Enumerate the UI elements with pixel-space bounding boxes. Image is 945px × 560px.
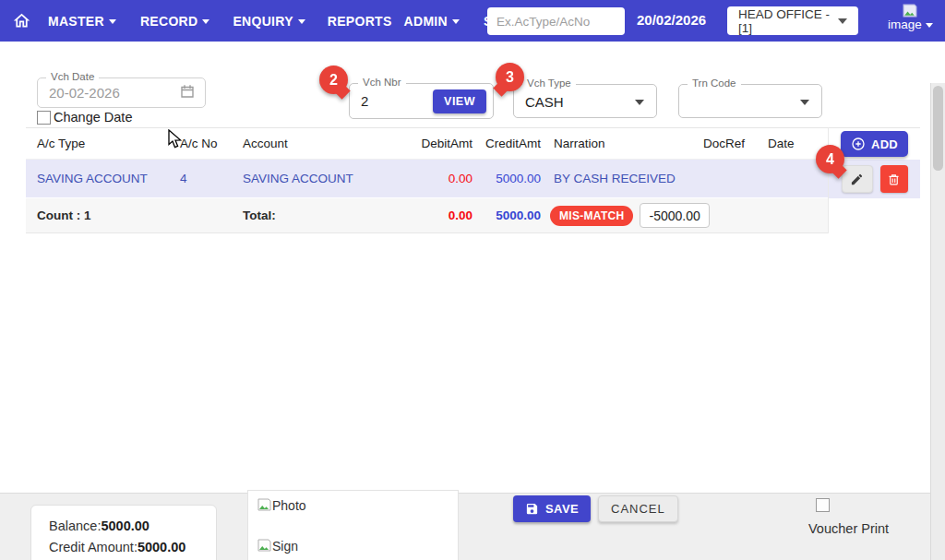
chevron-down-icon (298, 19, 305, 24)
photo-sign-card: Photo Sign (247, 490, 459, 560)
callout-step-4: 4 (816, 145, 844, 173)
chevron-down-icon (635, 100, 644, 105)
view-button[interactable]: VIEW (433, 89, 486, 113)
voucher-table: A/c Type A/c No Account DebitAmt CreditA… (26, 127, 920, 233)
broken-image-icon (903, 4, 917, 18)
callout-number: 2 (329, 72, 338, 89)
nav-item-label: ENQUIRY (233, 14, 293, 29)
save-button[interactable]: SAVE (513, 495, 591, 522)
broken-image-icon (257, 539, 271, 552)
nav-item-master[interactable]: MASTER (48, 14, 116, 29)
col-header-narration: Narration (541, 137, 703, 150)
voucher-table-main: A/c Type A/c No Account DebitAmt CreditA… (26, 127, 828, 233)
total-credit: 5000.00 (472, 209, 541, 222)
table-total-row: Count : 1 Total: 0.00 5000.00 MIS-MATCH (26, 198, 828, 233)
trash-icon (887, 173, 901, 186)
chevron-down-icon (109, 19, 116, 24)
mismatch-badge: MIS-MATCH (550, 206, 633, 226)
user-menu[interactable]: image (888, 4, 933, 31)
voucher-print-label: Voucher Print (808, 521, 889, 536)
trn-code-label: Trn Code (688, 77, 741, 89)
calendar-icon[interactable] (179, 83, 196, 103)
cell-ac-type: SAVING ACCOUNT (37, 172, 180, 185)
cell-narration: BY CASH RECEIVED (541, 172, 703, 185)
add-button-label: ADD (871, 137, 898, 151)
total-count: Count : 1 (37, 209, 180, 222)
callout-step-2: 2 (319, 66, 348, 94)
vch-type-value: CASH (525, 93, 564, 109)
col-header-debitamt: DebitAmt (406, 137, 472, 150)
balance-summary-card: Balance:5000.00 Credit Amount:5000.00 Af… (30, 505, 217, 560)
change-date-label: Change Date (54, 110, 132, 125)
table-row: SAVING ACCOUNT 4 SAVING ACCOUNT 0.00 500… (26, 160, 828, 198)
delete-button[interactable] (880, 165, 908, 193)
cell-ac-no: 4 (180, 172, 243, 185)
nav-item-reports[interactable]: REPORTS (328, 14, 392, 29)
broken-image-icon (257, 498, 271, 511)
col-header-creditamt: CreditAmt (472, 137, 541, 150)
nav-item-label: REPORTS (328, 14, 392, 29)
chevron-down-icon (452, 19, 460, 24)
user-menu-label: image (888, 18, 922, 31)
col-header-account: Account (243, 137, 406, 150)
balance-label: Balance: (49, 518, 101, 533)
credit-amount-value: 5000.00 (138, 540, 185, 554)
voucher-print-checkbox[interactable] (816, 498, 830, 512)
branch-select-value: HEAD OFFICE -[1] (738, 7, 838, 35)
chevron-down-icon (800, 100, 809, 105)
photo-alt-text: Photo (272, 498, 306, 513)
vch-nbr-field: Vch Nbr VIEW (349, 83, 494, 119)
nav-item-label: MASTER (48, 14, 104, 29)
vch-type-label: Vch Type (522, 77, 576, 89)
change-date-option: Change Date (37, 110, 132, 125)
credit-amount-label: Credit Amount: (49, 540, 138, 554)
balance-value: 5000.00 (101, 518, 149, 533)
save-icon (525, 502, 539, 516)
search-input[interactable] (487, 7, 625, 35)
col-header-docref: DocRef (703, 137, 768, 150)
plus-circle-icon (851, 137, 866, 151)
nav-item-record[interactable]: RECORD (140, 14, 209, 29)
col-header-ac-no: A/c No (180, 137, 243, 150)
vch-nbr-input[interactable] (361, 84, 439, 118)
table-action-column: ADD (828, 127, 920, 233)
add-button[interactable]: ADD (841, 131, 908, 157)
vch-type-select[interactable]: Vch Type CASH (513, 84, 657, 118)
vch-date-input[interactable] (49, 78, 166, 107)
callout-step-3: 3 (496, 63, 524, 91)
col-header-date: Date (768, 137, 828, 150)
total-debit: 0.00 (406, 209, 472, 222)
nav-item-label: ADMIN (404, 14, 448, 29)
navbar: MASTER RECORD ENQUIRY REPORTS ADMIN SHAR… (0, 0, 945, 42)
chevron-down-icon (926, 23, 933, 28)
nav-item-enquiry[interactable]: ENQUIRY (233, 14, 305, 29)
change-date-checkbox[interactable] (37, 111, 51, 125)
trn-code-select[interactable]: Trn Code (678, 84, 822, 118)
current-date: 20/02/2026 (637, 12, 706, 28)
nav-item-admin[interactable]: ADMIN (404, 14, 460, 29)
chevron-down-icon (202, 19, 209, 24)
callout-number: 3 (506, 69, 514, 86)
total-label: Total: (243, 209, 406, 222)
home-icon[interactable] (9, 9, 33, 33)
vertical-scrollbar (930, 83, 945, 560)
cell-account: SAVING ACCOUNT (243, 172, 406, 185)
callout-number: 4 (826, 151, 834, 168)
photo-placeholder: Photo (257, 498, 449, 513)
sign-placeholder: Sign (257, 539, 449, 554)
table-header-row: A/c Type A/c No Account DebitAmt CreditA… (26, 128, 828, 160)
chevron-down-icon (838, 18, 847, 24)
scrollbar-thumb[interactable] (933, 86, 943, 171)
nav-item-label: RECORD (140, 14, 197, 29)
cell-credit: 5000.00 (472, 172, 541, 185)
vch-date-field[interactable]: Vch Date (37, 77, 206, 108)
main-content: Vch Date Change Date 2 Vch Nbr VIEW 3 Vc… (0, 42, 945, 560)
cell-debit: 0.00 (406, 172, 472, 185)
difference-input[interactable] (640, 203, 710, 228)
sign-alt-text: Sign (272, 539, 298, 554)
save-button-label: SAVE (545, 502, 579, 516)
branch-select[interactable]: HEAD OFFICE -[1] (727, 6, 858, 35)
pencil-icon (850, 173, 864, 186)
cancel-button[interactable]: CANCEL (598, 495, 678, 522)
search-box (487, 7, 625, 35)
